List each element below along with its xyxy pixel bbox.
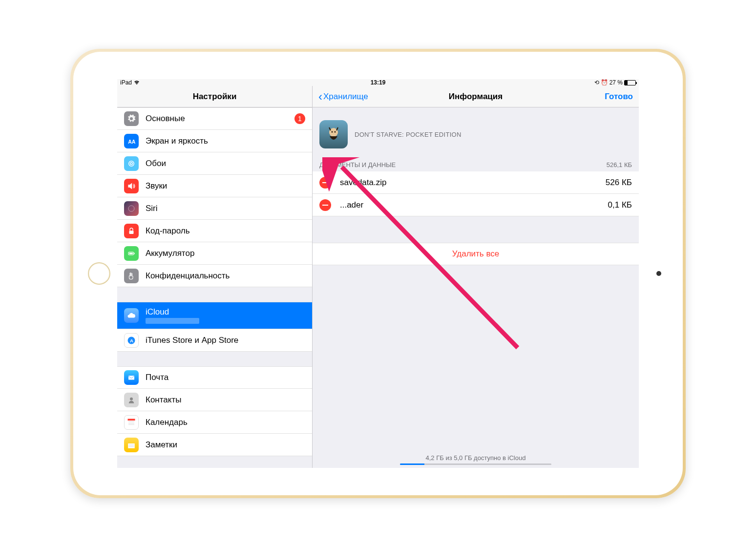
- storage-fill: [400, 463, 424, 465]
- ipad-frame: iPad 13:19 ⟲ ⏰ 27 % Настройки: [70, 49, 686, 498]
- speaker-icon: [124, 179, 139, 193]
- delete-all-button[interactable]: Удалить все: [313, 243, 639, 265]
- device-label: iPad: [120, 79, 132, 86]
- file-size: 526 КБ: [606, 178, 632, 188]
- svg-point-3: [128, 206, 134, 211]
- app-info-section: DON'T STARVE: POCKET EDITION: [313, 107, 639, 158]
- app-name: DON'T STARVE: POCKET EDITION: [355, 131, 462, 138]
- sidebar-item-calendar[interactable]: Календарь: [117, 411, 312, 434]
- delete-all-label: Удалить все: [452, 249, 499, 259]
- calendar-icon: [124, 415, 139, 430]
- minus-icon: [322, 182, 328, 183]
- back-button[interactable]: ‹ Хранилище: [318, 91, 368, 103]
- file-name: ...ader: [340, 200, 608, 210]
- storage-bar: [400, 463, 551, 465]
- svg-point-21: [332, 131, 333, 133]
- row-label: Почта: [146, 373, 305, 382]
- row-label: Конфиденциальность: [146, 271, 305, 281]
- svg-text:AA: AA: [128, 138, 136, 144]
- orientation-lock-icon: ⟲: [594, 79, 599, 86]
- svg-rect-10: [128, 376, 134, 379]
- svg-point-2: [130, 162, 133, 165]
- sidebar-item-siri[interactable]: Siri: [117, 197, 312, 220]
- battery-settings-icon: [124, 246, 139, 261]
- hand-icon: [124, 269, 139, 283]
- file-size: 0,1 КБ: [608, 200, 632, 210]
- row-label: Экран и яркость: [146, 136, 305, 146]
- svg-rect-6: [134, 252, 135, 254]
- home-button[interactable]: [88, 262, 110, 285]
- settings-sidebar: Настройки Основные 1: [117, 86, 313, 468]
- sidebar-item-general[interactable]: Основные 1: [117, 107, 312, 130]
- app-icon: [319, 120, 348, 148]
- main-panel: ‹ Хранилище Информация Готово DON'T STAR…: [313, 86, 639, 468]
- delete-file-button[interactable]: [319, 177, 331, 189]
- wallpaper-icon: [124, 156, 139, 171]
- page-title: Информация: [449, 92, 503, 102]
- section-total-size: 526,1 КБ: [607, 161, 632, 168]
- svg-text:A: A: [130, 337, 133, 343]
- file-row[interactable]: savedata.zip 526 КБ: [313, 171, 639, 194]
- status-time: 13:19: [371, 79, 386, 86]
- row-label: Основные: [146, 114, 294, 124]
- lock-icon: [124, 224, 139, 238]
- alarm-icon: ⏰: [601, 79, 608, 86]
- siri-icon: [124, 201, 139, 216]
- back-label: Хранилище: [323, 92, 368, 102]
- status-bar: iPad 13:19 ⟲ ⏰ 27 %: [117, 79, 639, 86]
- gear-icon: [124, 111, 139, 126]
- mail-icon: [124, 370, 139, 385]
- row-label: Обои: [146, 159, 305, 168]
- sidebar-title: Настройки: [193, 92, 237, 102]
- row-label: Аккумулятор: [146, 249, 305, 258]
- svg-point-22: [335, 131, 336, 133]
- row-label: Код-пароль: [146, 226, 305, 236]
- row-label: Заметки: [146, 440, 305, 450]
- svg-rect-12: [128, 419, 135, 421]
- row-label: Календарь: [146, 418, 305, 427]
- wifi-icon: [133, 80, 140, 85]
- section-label: ДОКУМЕНТЫ И ДАННЫЕ: [319, 161, 396, 168]
- svg-point-11: [130, 397, 133, 400]
- minus-icon: [322, 205, 328, 206]
- row-label: Звуки: [146, 181, 305, 191]
- battery-percent: 27 %: [609, 79, 623, 86]
- row-label: Контакты: [146, 395, 305, 405]
- main-header: ‹ Хранилище Информация Готово: [313, 86, 639, 107]
- sidebar-item-privacy[interactable]: Конфиденциальность: [117, 265, 312, 287]
- row-label: Siri: [146, 204, 305, 213]
- appstore-icon: A: [124, 333, 139, 348]
- front-camera: [656, 271, 661, 276]
- sidebar-item-display[interactable]: AA Экран и яркость: [117, 130, 312, 152]
- display-icon: AA: [124, 134, 139, 148]
- sidebar-item-sounds[interactable]: Звуки: [117, 175, 312, 197]
- row-label: iCloud: [146, 307, 199, 317]
- icloud-subtitle: [146, 318, 199, 324]
- sidebar-item-contacts[interactable]: Контакты: [117, 389, 312, 411]
- cloud-icon: [124, 308, 139, 323]
- svg-rect-17: [128, 443, 135, 448]
- delete-file-button[interactable]: [319, 199, 331, 211]
- svg-rect-4: [129, 231, 134, 234]
- sidebar-item-wallpaper[interactable]: Обои: [117, 152, 312, 175]
- chevron-left-icon: ‹: [318, 91, 322, 103]
- documents-section-header: ДОКУМЕНТЫ И ДАННЫЕ 526,1 КБ: [313, 158, 639, 171]
- storage-available-text: 4,2 ГБ из 5,0 ГБ доступно в iCloud: [426, 454, 526, 462]
- svg-rect-7: [129, 252, 133, 254]
- contacts-icon: [124, 393, 139, 407]
- sidebar-item-notes[interactable]: Заметки: [117, 434, 312, 456]
- file-name: savedata.zip: [340, 178, 606, 188]
- storage-footer: 4,2 ГБ из 5,0 ГБ доступно в iCloud: [313, 454, 639, 465]
- sidebar-item-appstore[interactable]: A iTunes Store и App Store: [117, 329, 312, 352]
- sidebar-item-passcode[interactable]: Код-пароль: [117, 220, 312, 242]
- done-button[interactable]: Готово: [605, 92, 633, 102]
- file-row[interactable]: ...ader 0,1 КБ: [313, 194, 639, 216]
- notification-badge: 1: [294, 113, 305, 124]
- svg-point-1: [129, 161, 134, 166]
- sidebar-item-mail[interactable]: Почта: [117, 366, 312, 389]
- notes-icon: [124, 438, 139, 452]
- sidebar-item-icloud[interactable]: iCloud: [117, 302, 312, 329]
- battery-icon: [624, 80, 636, 85]
- row-label: iTunes Store и App Store: [146, 336, 305, 345]
- sidebar-item-battery[interactable]: Аккумулятор: [117, 242, 312, 265]
